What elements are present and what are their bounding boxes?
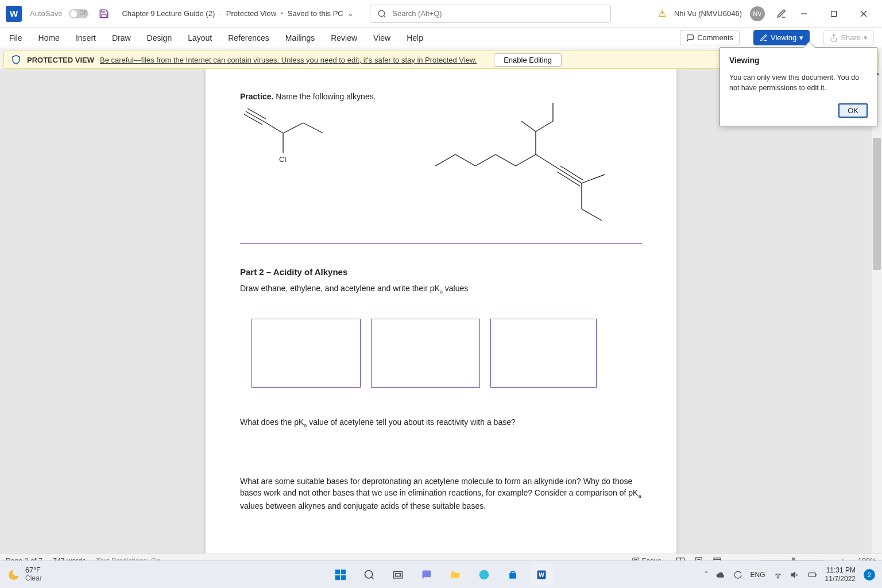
titlebar: W AutoSave Off Chapter 9 Lecture Guide (…: [0, 0, 882, 28]
tab-references[interactable]: References: [227, 30, 270, 46]
save-icon[interactable]: [99, 9, 109, 19]
tray-chevron-icon[interactable]: ˄: [705, 571, 708, 579]
protected-view-message[interactable]: Be careful—files from the Internet can c…: [100, 56, 477, 64]
svg-line-16: [475, 154, 496, 166]
svg-line-12: [303, 123, 323, 133]
task-view-icon[interactable]: [386, 563, 409, 586]
svg-line-44: [372, 577, 374, 579]
autosave-state: Off: [79, 10, 87, 16]
tab-layout[interactable]: Layout: [187, 30, 213, 46]
avatar[interactable]: NV: [750, 6, 765, 21]
start-button[interactable]: [329, 563, 352, 586]
notification-badge[interactable]: 2: [864, 569, 875, 581]
maximize-button[interactable]: [821, 0, 846, 28]
edge-app-icon[interactable]: [473, 563, 496, 586]
chat-app-icon[interactable]: [415, 563, 438, 586]
cl-label: Cl: [279, 155, 286, 164]
close-button[interactable]: [851, 0, 876, 28]
search-icon: [377, 9, 386, 18]
pen-icon[interactable]: [776, 9, 787, 19]
svg-line-18: [516, 154, 536, 166]
chevron-down-icon: ▾: [799, 33, 803, 42]
shield-icon: [11, 55, 21, 65]
tab-mailings[interactable]: Mailings: [284, 30, 316, 46]
tab-view[interactable]: View: [372, 30, 392, 46]
svg-line-15: [455, 154, 475, 166]
clock[interactable]: 11:31 PM 11/7/2022: [825, 566, 856, 583]
svg-line-26: [560, 166, 583, 180]
alkyne-structure-1: Cl: [240, 106, 332, 169]
tab-draw[interactable]: Draw: [111, 30, 132, 46]
svg-rect-42: [341, 575, 346, 579]
user-name[interactable]: Nhi Vu (NMVU6046): [674, 9, 742, 18]
svg-line-11: [283, 123, 303, 133]
pencil-icon: [760, 34, 768, 42]
ribbon: File Home Insert Draw Design Layout Refe…: [0, 28, 882, 48]
chevron-down-icon: ▾: [864, 33, 868, 42]
viewing-callout: Viewing You can only view this document.…: [719, 47, 877, 126]
taskbar-apps: W: [329, 563, 553, 586]
enable-editing-button[interactable]: Enable Editing: [494, 53, 562, 67]
svg-rect-40: [341, 569, 346, 574]
svg-line-25: [557, 172, 580, 186]
doc-name: Chapter 9 Lecture Guide (2): [122, 9, 215, 18]
taskbar: 67°F Clear W ˄ ENG 11:31 PM 11/7/2022 2: [0, 560, 882, 588]
share-icon: [830, 34, 838, 42]
search-box[interactable]: [370, 5, 611, 23]
doc-saved: Saved to this PC: [288, 9, 343, 18]
store-app-icon[interactable]: [501, 563, 524, 586]
comments-button[interactable]: Comments: [680, 30, 740, 45]
viewing-button[interactable]: Viewing ▾: [753, 30, 810, 45]
svg-line-20: [521, 121, 536, 131]
weather-widget[interactable]: 67°F Clear: [7, 567, 42, 582]
tab-home[interactable]: Home: [37, 30, 61, 46]
svg-rect-45: [394, 571, 403, 578]
svg-rect-52: [808, 572, 815, 577]
tab-design[interactable]: Design: [146, 30, 173, 46]
tab-help[interactable]: Help: [405, 30, 424, 46]
scrollbar-thumb[interactable]: [873, 138, 881, 270]
word-app-icon[interactable]: W: [530, 563, 553, 586]
share-button[interactable]: Share ▾: [823, 30, 874, 45]
weather-cond: Clear: [25, 575, 42, 582]
weather-icon: [7, 568, 21, 582]
question-1: What does the pKa value of acetylene tel…: [240, 416, 642, 430]
sync-icon[interactable]: [733, 570, 742, 579]
protected-view-label: PROTECTED VIEW: [27, 56, 94, 64]
svg-point-43: [365, 570, 373, 578]
search-input[interactable]: [392, 9, 604, 18]
answer-box-2: [371, 319, 480, 388]
battery-icon[interactable]: [808, 570, 817, 579]
autosave-toggle[interactable]: Off: [69, 9, 88, 18]
svg-line-14: [435, 154, 455, 166]
language-indicator[interactable]: ENG: [751, 571, 765, 579]
scrollbar-track[interactable]: [872, 69, 882, 567]
warning-icon[interactable]: ⚠: [658, 8, 666, 19]
search-app-icon[interactable]: [358, 563, 381, 586]
onedrive-icon[interactable]: [716, 570, 725, 579]
comment-icon: [686, 34, 694, 42]
question-2: What are some suitable bases for deproto…: [240, 475, 642, 512]
svg-line-10: [264, 122, 283, 133]
ok-button[interactable]: OK: [838, 103, 868, 118]
tab-review[interactable]: Review: [330, 30, 358, 46]
volume-icon[interactable]: [791, 570, 800, 579]
wifi-icon[interactable]: [773, 570, 783, 579]
chevron-down-icon[interactable]: ⌄: [347, 9, 354, 18]
chemical-structures: Cl: [240, 106, 642, 226]
tab-insert[interactable]: Insert: [75, 30, 97, 46]
explorer-app-icon[interactable]: [444, 563, 467, 586]
svg-line-1: [384, 16, 385, 17]
svg-rect-3: [831, 11, 837, 16]
word-app-icon: W: [6, 6, 22, 22]
answer-boxes: [252, 319, 642, 388]
system-tray: ˄ ENG 11:31 PM 11/7/2022 2: [705, 566, 875, 583]
svg-marker-51: [791, 572, 795, 577]
minimize-button[interactable]: [791, 0, 817, 28]
document-area[interactable]: Practice. Name the following alkynes. C: [0, 69, 882, 567]
svg-text:W: W: [539, 572, 544, 578]
part2-title: Part 2 – Acidity of Alkynes: [240, 267, 642, 277]
svg-line-21: [536, 121, 553, 131]
tab-file[interactable]: File: [8, 30, 24, 46]
callout-body: You can only view this document. You do …: [729, 73, 868, 93]
